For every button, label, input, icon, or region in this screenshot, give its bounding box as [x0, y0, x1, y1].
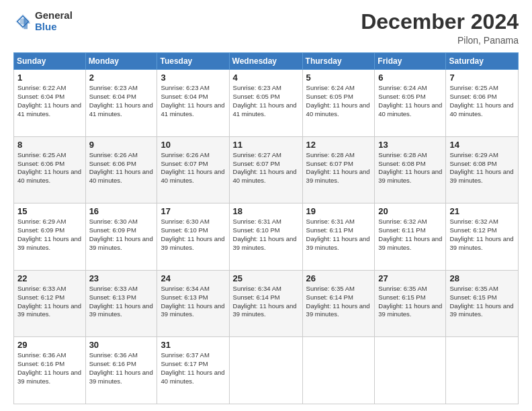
day-number: 13: [378, 140, 442, 150]
day-info: Sunrise: 6:22 AMSunset: 6:04 PMDaylight:…: [17, 84, 81, 117]
table-row: 25 Sunrise: 6:34 AMSunset: 6:14 PMDaylig…: [229, 270, 302, 337]
day-number: 25: [233, 273, 299, 283]
day-info: Sunrise: 6:25 AMSunset: 6:06 PMDaylight:…: [449, 84, 513, 117]
table-row: 4 Sunrise: 6:23 AMSunset: 6:05 PMDayligh…: [229, 70, 302, 137]
table-row: 14 Sunrise: 6:29 AMSunset: 6:08 PMDaylig…: [446, 136, 519, 203]
table-row: 20 Sunrise: 6:32 AMSunset: 6:11 PMDaylig…: [375, 203, 446, 271]
table-row: 21 Sunrise: 6:32 AMSunset: 6:12 PMDaylig…: [446, 203, 519, 271]
day-number: 2: [89, 73, 154, 83]
day-info: Sunrise: 6:35 AMSunset: 6:15 PMDaylight:…: [378, 285, 442, 318]
day-number: 11: [233, 140, 299, 150]
table-row: 26 Sunrise: 6:35 AMSunset: 6:14 PMDaylig…: [302, 270, 375, 337]
day-number: 5: [306, 73, 371, 83]
day-info: Sunrise: 6:36 AMSunset: 6:16 PMDaylight:…: [89, 351, 153, 384]
day-info: Sunrise: 6:32 AMSunset: 6:11 PMDaylight:…: [378, 218, 442, 250]
table-row: 12 Sunrise: 6:28 AMSunset: 6:07 PMDaylig…: [302, 136, 375, 203]
table-row: 15 Sunrise: 6:29 AMSunset: 6:09 PMDaylig…: [14, 203, 86, 271]
table-row: 29 Sunrise: 6:36 AMSunset: 6:16 PMDaylig…: [14, 337, 86, 404]
week-row-1: 1 Sunrise: 6:22 AMSunset: 6:04 PMDayligh…: [14, 70, 519, 137]
col-saturday: Saturday: [446, 53, 519, 70]
table-row: 17 Sunrise: 6:30 AMSunset: 6:10 PMDaylig…: [157, 203, 229, 271]
day-number: 4: [233, 73, 299, 83]
location: Pilon, Panama: [361, 35, 519, 46]
table-row: 9 Sunrise: 6:26 AMSunset: 6:06 PMDayligh…: [85, 136, 157, 203]
day-info: Sunrise: 6:26 AMSunset: 6:06 PMDaylight:…: [89, 151, 153, 184]
day-info: Sunrise: 6:33 AMSunset: 6:12 PMDaylight:…: [17, 285, 81, 318]
week-row-5: 29 Sunrise: 6:36 AMSunset: 6:16 PMDaylig…: [14, 337, 519, 404]
table-row: 3 Sunrise: 6:23 AMSunset: 6:04 PMDayligh…: [157, 70, 229, 137]
day-number: 23: [89, 273, 154, 283]
day-info: Sunrise: 6:31 AMSunset: 6:11 PMDaylight:…: [306, 218, 370, 250]
day-number: 16: [89, 206, 154, 216]
week-row-2: 8 Sunrise: 6:25 AMSunset: 6:06 PMDayligh…: [14, 136, 519, 203]
day-number: 6: [378, 73, 442, 83]
table-row: 23 Sunrise: 6:33 AMSunset: 6:13 PMDaylig…: [85, 270, 157, 337]
day-number: 29: [17, 340, 82, 350]
table-row: 19 Sunrise: 6:31 AMSunset: 6:11 PMDaylig…: [302, 203, 375, 271]
col-sunday: Sunday: [14, 53, 86, 70]
day-number: 15: [17, 206, 82, 216]
day-number: 8: [17, 140, 82, 150]
day-info: Sunrise: 6:34 AMSunset: 6:13 PMDaylight:…: [161, 285, 224, 318]
day-number: 27: [378, 273, 442, 283]
table-row: 27 Sunrise: 6:35 AMSunset: 6:15 PMDaylig…: [375, 270, 446, 337]
day-info: Sunrise: 6:35 AMSunset: 6:15 PMDaylight:…: [449, 285, 513, 318]
col-monday: Monday: [85, 53, 157, 70]
table-row: 1 Sunrise: 6:22 AMSunset: 6:04 PMDayligh…: [14, 70, 86, 137]
day-number: 3: [161, 73, 225, 83]
day-info: Sunrise: 6:32 AMSunset: 6:12 PMDaylight:…: [449, 218, 513, 250]
day-info: Sunrise: 6:30 AMSunset: 6:09 PMDaylight:…: [89, 218, 153, 250]
table-row: 22 Sunrise: 6:33 AMSunset: 6:12 PMDaylig…: [14, 270, 86, 337]
table-row: 7 Sunrise: 6:25 AMSunset: 6:06 PMDayligh…: [446, 70, 519, 137]
table-row: 11 Sunrise: 6:27 AMSunset: 6:07 PMDaylig…: [229, 136, 302, 203]
day-number: 12: [306, 140, 371, 150]
day-info: Sunrise: 6:23 AMSunset: 6:05 PMDaylight:…: [233, 84, 297, 117]
table-row: 10 Sunrise: 6:26 AMSunset: 6:07 PMDaylig…: [157, 136, 229, 203]
col-tuesday: Tuesday: [157, 53, 229, 70]
table-row: 2 Sunrise: 6:23 AMSunset: 6:04 PMDayligh…: [85, 70, 157, 137]
title-block: December 2024 Pilon, Panama: [361, 10, 519, 46]
day-number: 18: [233, 206, 299, 216]
day-info: Sunrise: 6:33 AMSunset: 6:13 PMDaylight:…: [89, 285, 153, 318]
day-info: Sunrise: 6:37 AMSunset: 6:17 PMDaylight:…: [161, 351, 224, 384]
day-number: 19: [306, 206, 371, 216]
table-row: 18 Sunrise: 6:31 AMSunset: 6:10 PMDaylig…: [229, 203, 302, 271]
table-row: 5 Sunrise: 6:24 AMSunset: 6:05 PMDayligh…: [302, 70, 375, 137]
day-info: Sunrise: 6:29 AMSunset: 6:08 PMDaylight:…: [449, 151, 513, 184]
day-number: 28: [449, 273, 515, 283]
col-friday: Friday: [375, 53, 446, 70]
day-number: 17: [161, 206, 225, 216]
header: General Blue December 2024 Pilon, Panama: [13, 10, 519, 46]
day-info: Sunrise: 6:34 AMSunset: 6:14 PMDaylight:…: [233, 285, 297, 318]
logo-general-text: General: [35, 10, 73, 21]
logo: General Blue: [13, 10, 73, 32]
calendar-header-row: Sunday Monday Tuesday Wednesday Thursday…: [14, 53, 519, 70]
day-info: Sunrise: 6:23 AMSunset: 6:04 PMDaylight:…: [161, 84, 224, 117]
table-row: 8 Sunrise: 6:25 AMSunset: 6:06 PMDayligh…: [14, 136, 86, 203]
week-row-3: 15 Sunrise: 6:29 AMSunset: 6:09 PMDaylig…: [14, 203, 519, 271]
day-number: 26: [306, 273, 371, 283]
col-wednesday: Wednesday: [229, 53, 302, 70]
day-info: Sunrise: 6:31 AMSunset: 6:10 PMDaylight:…: [233, 218, 297, 250]
day-number: 14: [449, 140, 515, 150]
day-number: 22: [17, 273, 82, 283]
day-info: Sunrise: 6:24 AMSunset: 6:05 PMDaylight:…: [306, 84, 370, 117]
day-number: 21: [449, 206, 515, 216]
table-row: 31 Sunrise: 6:37 AMSunset: 6:17 PMDaylig…: [157, 337, 229, 404]
logo-icon: [13, 12, 32, 31]
day-info: Sunrise: 6:35 AMSunset: 6:14 PMDaylight:…: [306, 285, 370, 318]
day-info: Sunrise: 6:24 AMSunset: 6:05 PMDaylight:…: [378, 84, 442, 117]
month-title: December 2024: [361, 10, 519, 34]
table-row: 24 Sunrise: 6:34 AMSunset: 6:13 PMDaylig…: [157, 270, 229, 337]
day-info: Sunrise: 6:27 AMSunset: 6:07 PMDaylight:…: [233, 151, 297, 184]
table-row: 30 Sunrise: 6:36 AMSunset: 6:16 PMDaylig…: [85, 337, 157, 404]
day-info: Sunrise: 6:29 AMSunset: 6:09 PMDaylight:…: [17, 218, 81, 250]
day-number: 20: [378, 206, 442, 216]
day-info: Sunrise: 6:28 AMSunset: 6:08 PMDaylight:…: [378, 151, 442, 184]
day-info: Sunrise: 6:23 AMSunset: 6:04 PMDaylight:…: [89, 84, 153, 117]
col-thursday: Thursday: [302, 53, 375, 70]
table-row: 13 Sunrise: 6:28 AMSunset: 6:08 PMDaylig…: [375, 136, 446, 203]
day-number: 9: [89, 140, 154, 150]
table-row: [302, 337, 375, 404]
logo-blue-text: Blue: [35, 21, 73, 33]
